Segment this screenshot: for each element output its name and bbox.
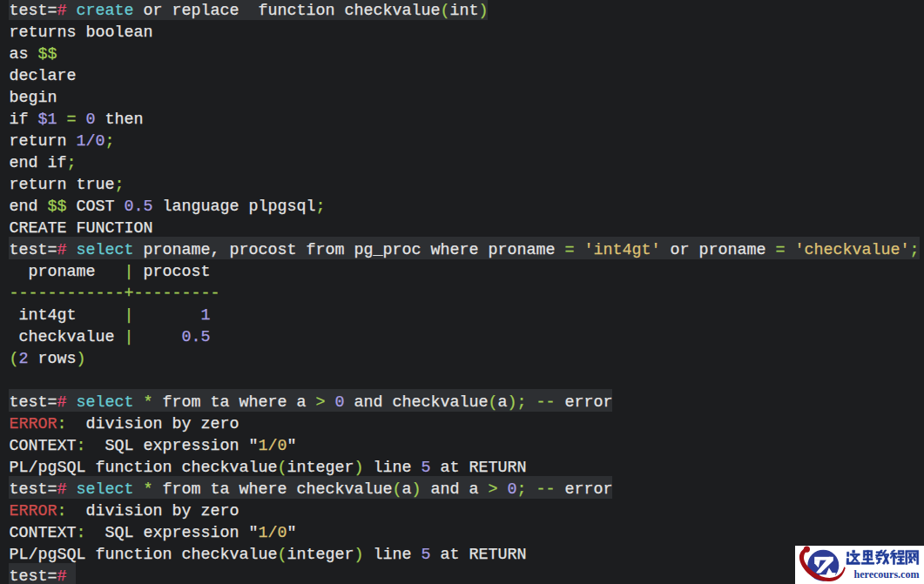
svg-text:herecours.com: herecours.com <box>854 567 921 581</box>
